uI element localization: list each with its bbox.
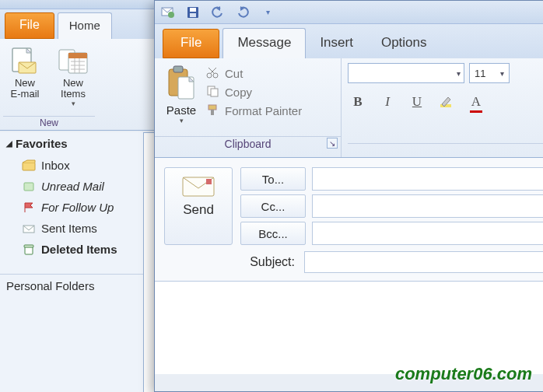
sidebar-item-sent[interactable]: Sent Items [0, 218, 143, 239]
group-label-basictext: Basic Text [348, 143, 543, 157]
send-label: Send [183, 202, 214, 218]
favorites-label: Favorites [16, 137, 68, 150]
mail-page-icon [8, 45, 42, 78]
svg-rect-28 [211, 110, 214, 115]
ribbon-group-basictext: ▾ 11 ▾ B I U A Basic Text [342, 58, 543, 157]
tab-options[interactable]: Options [367, 29, 441, 58]
navigation-pane: ◢ Favorites Inbox Unread Mail For Follow… [0, 132, 144, 392]
undo-icon[interactable] [209, 4, 226, 21]
svg-rect-31 [206, 179, 212, 184]
unread-icon [22, 180, 36, 193]
subject-field[interactable] [304, 251, 543, 273]
svg-rect-27 [208, 105, 216, 110]
favorites-header[interactable]: ◢ Favorites [0, 132, 143, 155]
cc-field[interactable] [312, 194, 543, 218]
ribbon-group-clipboard: Paste ▾ Cut Copy [155, 58, 342, 157]
font-color-button[interactable]: A [466, 93, 486, 111]
font-size-selector[interactable]: 11 ▾ [469, 63, 510, 83]
svg-rect-14 [24, 245, 33, 247]
copy-button[interactable]: Copy [206, 85, 302, 100]
clipboard-group-text: Clipboard [225, 138, 272, 150]
inbox-label: Inbox [41, 159, 70, 172]
svg-rect-18 [190, 8, 196, 12]
copy-label: Copy [225, 86, 252, 99]
calendar-items-icon [56, 45, 90, 78]
to-button[interactable]: To... [240, 167, 306, 191]
font-size-value: 11 [475, 68, 485, 79]
group-label-clipboard: Clipboard ↘ [155, 136, 341, 150]
to-field[interactable] [312, 167, 543, 191]
new-email-label: New E-mail [11, 78, 40, 100]
new-items-label: New Items [61, 78, 86, 100]
sent-icon [22, 222, 36, 235]
compose-ribbon: Paste ▾ Cut Copy [155, 58, 543, 158]
cut-button[interactable]: Cut [206, 66, 302, 81]
copy-icon [206, 85, 220, 100]
main-file-tab[interactable]: File [5, 12, 54, 39]
dropdown-caret-icon: ▾ [457, 69, 461, 78]
compose-window: ▾ File Message Insert Options [154, 0, 543, 392]
cc-button[interactable]: Cc... [240, 194, 306, 218]
dropdown-caret-icon: ▾ [180, 117, 184, 124]
deleted-label: Deleted Items [41, 243, 117, 256]
compose-header-area: Send To... Cc... Bcc... [155, 158, 543, 251]
save-icon[interactable] [184, 4, 201, 21]
sent-label: Sent Items [41, 222, 97, 235]
svg-point-23 [207, 73, 212, 78]
sidebar-item-deleted[interactable]: Deleted Items [0, 239, 143, 260]
new-email-button[interactable]: New E-mail [3, 44, 47, 109]
brush-icon [206, 103, 220, 118]
format-painter-button[interactable]: Format Painter [206, 103, 302, 118]
quick-access-toolbar: ▾ [155, 1, 543, 24]
tab-message[interactable]: Message [222, 28, 306, 58]
compose-ribbon-tabs: File Message Insert Options [155, 24, 543, 58]
bcc-button[interactable]: Bcc... [240, 222, 306, 245]
ribbon-group-new: New E-mail [0, 39, 98, 130]
svg-rect-26 [211, 89, 218, 96]
svg-rect-11 [24, 183, 33, 191]
format-painter-label: Format Painter [225, 104, 302, 117]
sidebar-item-unread[interactable]: Unread Mail [0, 176, 143, 197]
collapse-triangle-icon: ◢ [6, 139, 12, 148]
svg-point-16 [168, 12, 174, 18]
qat-more-icon[interactable]: ▾ [259, 4, 276, 21]
flag-icon [22, 201, 36, 214]
tab-insert[interactable]: Insert [306, 29, 367, 58]
inbox-folder-icon [22, 159, 36, 172]
svg-rect-4 [68, 53, 87, 58]
cut-label: Cut [225, 67, 243, 80]
dropdown-caret-icon: ▾ [500, 69, 504, 78]
message-body[interactable] [155, 281, 543, 374]
trash-icon [22, 243, 36, 256]
italic-button[interactable]: I [377, 93, 398, 111]
highlight-button[interactable] [436, 93, 457, 111]
qat-app-icon[interactable] [159, 4, 177, 21]
subject-row: Subject: [155, 251, 543, 281]
paste-button[interactable]: Paste ▾ [158, 63, 205, 136]
dropdown-caret-icon: ▾ [72, 100, 75, 108]
sidebar-item-followup[interactable]: For Follow Up [0, 197, 143, 218]
redo-icon[interactable] [234, 4, 251, 21]
bcc-field[interactable] [312, 222, 543, 245]
underline-button[interactable]: U [407, 93, 427, 111]
unread-label: Unread Mail [41, 180, 104, 193]
personal-folders-header[interactable]: Personal Folders [0, 274, 143, 297]
main-home-tab[interactable]: Home [58, 12, 112, 39]
new-items-button[interactable]: New Items ▾ [51, 44, 95, 109]
bold-button[interactable]: B [348, 93, 368, 111]
svg-rect-21 [173, 66, 183, 72]
scissors-icon [206, 66, 220, 81]
followup-label: For Follow Up [41, 201, 114, 214]
clipboard-dialog-launcher[interactable]: ↘ [327, 138, 338, 149]
subject-label: Subject: [164, 255, 298, 269]
envelope-send-icon [180, 174, 217, 199]
paste-label: Paste [166, 103, 196, 117]
svg-rect-10 [23, 163, 35, 170]
sidebar-item-inbox[interactable]: Inbox [0, 155, 143, 176]
font-name-selector[interactable]: ▾ [348, 63, 464, 83]
compose-file-tab[interactable]: File [163, 29, 219, 58]
paste-icon [164, 65, 198, 102]
send-button[interactable]: Send [164, 167, 233, 245]
svg-point-24 [213, 73, 218, 78]
group-label-new: New [3, 116, 95, 128]
